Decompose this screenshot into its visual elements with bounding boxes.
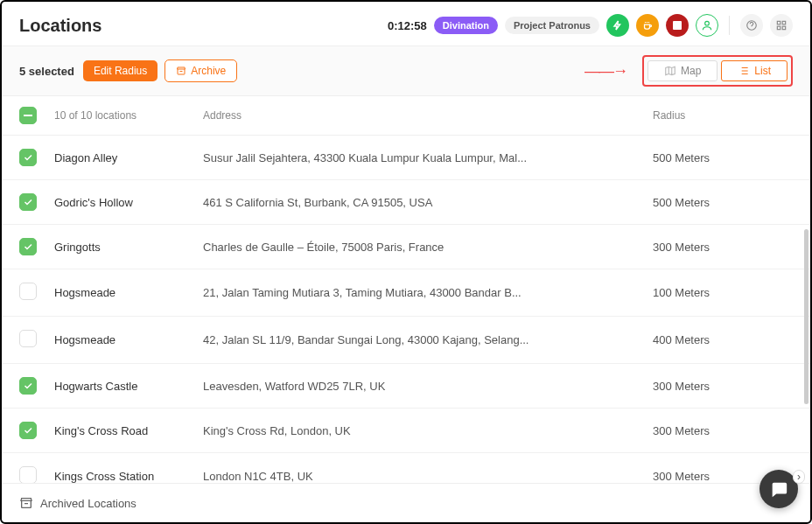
archive-button[interactable]: Archive xyxy=(164,59,237,82)
column-count: 10 of 10 locations xyxy=(54,109,203,122)
row-checkbox[interactable] xyxy=(19,193,37,211)
check-icon xyxy=(23,241,33,252)
location-name: Hogsmeade xyxy=(54,333,203,346)
svg-rect-0 xyxy=(673,21,682,30)
view-toggle: Map List xyxy=(642,55,793,87)
location-radius: 100 Meters xyxy=(653,286,793,299)
table-row[interactable]: Kings Cross StationLondon N1C 4TB, UK300… xyxy=(2,453,810,483)
annotation-arrow xyxy=(584,62,626,80)
check-icon xyxy=(23,197,33,207)
archive-box-icon xyxy=(19,496,33,510)
edit-radius-button[interactable]: Edit Radius xyxy=(83,60,158,81)
row-checkbox[interactable] xyxy=(19,330,37,347)
svg-rect-3 xyxy=(777,21,780,24)
location-radius: 500 Meters xyxy=(653,196,793,209)
coffee-icon xyxy=(642,20,653,31)
select-all-checkbox[interactable] xyxy=(19,107,37,124)
location-radius: 500 Meters xyxy=(653,151,793,164)
svg-rect-4 xyxy=(782,21,786,24)
location-name: Gringotts xyxy=(54,241,203,254)
location-address: 42, Jalan SL 11/9, Bandar Sungai Long, 4… xyxy=(203,333,653,346)
user-button[interactable] xyxy=(696,14,718,37)
row-checkbox[interactable] xyxy=(19,238,37,255)
row-checkbox[interactable] xyxy=(19,422,37,439)
row-checkbox[interactable] xyxy=(19,149,37,166)
table-row[interactable]: Diagon AlleySusur Jalil Sejahtera, 43300… xyxy=(2,136,810,180)
list-view-button[interactable]: List xyxy=(721,60,788,81)
tag-divination[interactable]: Divination xyxy=(434,17,498,34)
location-name: Diagon Alley xyxy=(54,151,203,164)
location-address: Susur Jalil Sejahtera, 43300 Kuala Lumpu… xyxy=(203,151,653,164)
status-orange-button[interactable] xyxy=(636,14,659,37)
row-checkbox[interactable] xyxy=(19,377,37,395)
selected-count: 5 selected xyxy=(19,65,74,78)
map-icon xyxy=(664,65,676,77)
toolbar: 5 selected Edit Radius Archive Map List xyxy=(2,45,810,96)
location-address: King's Cross Rd, London, UK xyxy=(203,424,653,437)
timer: 0:12:58 xyxy=(388,19,427,32)
page-title: Locations xyxy=(19,16,102,36)
archive-icon xyxy=(176,66,186,76)
chat-icon xyxy=(769,479,788,499)
location-name: Kings Cross Station xyxy=(54,470,203,483)
location-radius: 300 Meters xyxy=(653,380,793,393)
help-button[interactable] xyxy=(740,14,763,37)
svg-rect-6 xyxy=(782,26,786,30)
table-row[interactable]: GringottsCharles de Gaulle – Étoile, 750… xyxy=(2,225,810,269)
location-radius: 400 Meters xyxy=(653,333,793,346)
location-radius: 300 Meters xyxy=(653,241,793,254)
location-address: Leavesden, Watford WD25 7LR, UK xyxy=(203,380,653,393)
column-address: Address xyxy=(203,109,653,122)
tag-project[interactable]: Project Patronus xyxy=(505,17,599,34)
stop-button[interactable] xyxy=(666,14,689,37)
check-icon xyxy=(23,425,33,436)
row-checkbox[interactable] xyxy=(19,466,37,483)
column-radius: Radius xyxy=(653,109,793,122)
settings-button[interactable] xyxy=(770,14,793,37)
table-row[interactable]: Hogwarts CastleLeavesden, Watford WD25 7… xyxy=(2,364,810,409)
check-icon xyxy=(23,381,33,391)
divider xyxy=(729,16,730,35)
check-icon xyxy=(23,152,33,163)
location-name: Hogsmeade xyxy=(54,286,203,299)
location-address: 21, Jalan Taming Mutiara 3, Taming Mutia… xyxy=(203,286,653,299)
help-icon xyxy=(746,19,758,31)
svg-rect-5 xyxy=(777,26,780,30)
location-radius: 300 Meters xyxy=(653,424,793,437)
table-row[interactable]: Hogsmeade21, Jalan Taming Mutiara 3, Tam… xyxy=(2,269,810,317)
user-icon xyxy=(701,19,713,31)
svg-point-1 xyxy=(705,21,710,25)
location-address: 461 S California St, Burbank, CA 91505, … xyxy=(203,196,653,209)
chat-expand-icon[interactable]: › xyxy=(793,470,805,484)
locations-table: 10 of 10 locations Address Radius Diagon… xyxy=(2,96,810,483)
row-checkbox[interactable] xyxy=(19,283,37,300)
indeterminate-icon xyxy=(24,115,32,116)
table-row[interactable]: Godric's Hollow461 S California St, Burb… xyxy=(2,180,810,225)
list-icon xyxy=(738,65,750,77)
location-name: King's Cross Road xyxy=(54,424,203,437)
location-name: Hogwarts Castle xyxy=(54,380,203,393)
location-address: London N1C 4TB, UK xyxy=(203,470,653,483)
table-row[interactable]: Hogsmeade42, Jalan SL 11/9, Bandar Sunga… xyxy=(2,317,810,364)
bolt-icon xyxy=(612,20,623,31)
grid-icon xyxy=(775,19,788,31)
svg-rect-7 xyxy=(24,115,32,116)
scrollbar[interactable] xyxy=(804,229,808,404)
header: Locations 0:12:58 Divination Project Pat… xyxy=(2,2,810,45)
location-address: Charles de Gaulle – Étoile, 75008 Paris,… xyxy=(203,241,653,254)
stop-icon xyxy=(673,21,682,30)
location-name: Godric's Hollow xyxy=(54,196,203,209)
table-row[interactable]: King's Cross RoadKing's Cross Rd, London… xyxy=(2,409,810,453)
status-green-button[interactable] xyxy=(606,14,629,37)
archived-locations-link[interactable]: Archived Locations xyxy=(2,483,810,522)
table-header: 10 of 10 locations Address Radius xyxy=(2,96,810,136)
map-view-button[interactable]: Map xyxy=(648,60,718,81)
